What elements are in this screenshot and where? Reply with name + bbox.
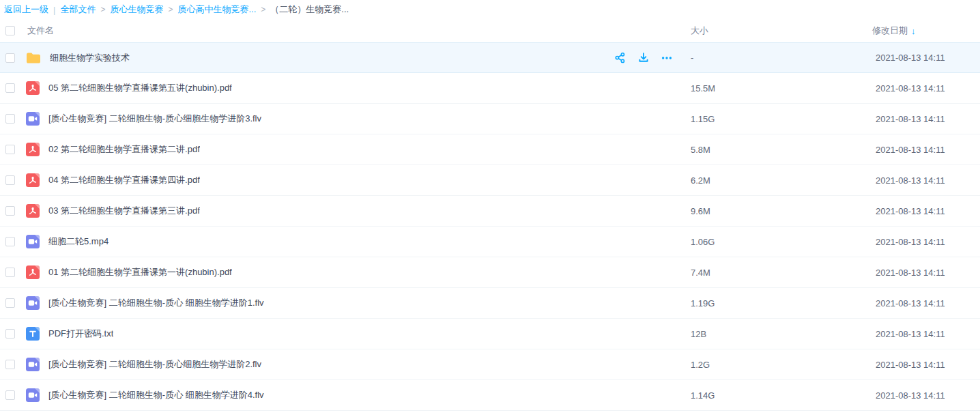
breadcrumb-items: 全部文件>质心生物竞赛>质心高中生物竞赛...>（二轮）生物竞赛... xyxy=(60,3,349,16)
breadcrumb-link[interactable]: 全部文件 xyxy=(60,3,96,16)
file-date: 2021-08-13 14:11 xyxy=(876,329,945,339)
file-date: 2021-08-13 14:11 xyxy=(876,206,945,216)
table-row[interactable]: 细胞二轮5.mp41.06G2021-08-13 14:11 xyxy=(0,227,980,257)
file-date: 2021-08-13 14:11 xyxy=(876,145,945,155)
row-checkbox[interactable] xyxy=(5,145,15,154)
video-icon xyxy=(26,358,40,371)
file-name[interactable]: [质心生物竞赛] 二轮细胞生物-质心 细胞生物学进阶1.flv xyxy=(48,297,264,309)
pdf-icon xyxy=(26,81,40,95)
file-size: 12B xyxy=(691,329,706,339)
file-name[interactable]: 细胞生物学实验技术 xyxy=(50,52,130,64)
pdf-icon xyxy=(26,204,40,218)
file-size: 6.2M xyxy=(691,175,710,186)
file-size: 1.15G xyxy=(691,114,715,124)
breadcrumb: 返回上一级 | 全部文件>质心生物竞赛>质心高中生物竞赛...>（二轮）生物竞赛… xyxy=(0,0,980,19)
table-row[interactable]: 01 第二轮细胞生物学直播课第一讲(zhubin).pdf7.4M2021-08… xyxy=(0,257,980,288)
share-icon[interactable] xyxy=(613,51,627,65)
row-checkbox[interactable] xyxy=(5,298,15,308)
breadcrumb-separator: > xyxy=(100,5,105,14)
file-size: 1.19G xyxy=(691,298,715,308)
table-row[interactable]: [质心生物竞赛] 二轮细胞生物-质心细胞生物学进阶2.flv1.2G2021-0… xyxy=(0,349,980,380)
video-icon xyxy=(26,388,40,402)
sort-desc-icon[interactable]: ↓ xyxy=(911,26,916,36)
file-size: 9.6M xyxy=(691,206,710,216)
row-checkbox[interactable] xyxy=(5,329,15,339)
row-checkbox[interactable] xyxy=(5,360,15,369)
breadcrumb-link[interactable]: 质心生物竞赛 xyxy=(110,3,163,16)
breadcrumb-separator: > xyxy=(261,5,265,14)
file-date: 2021-08-13 14:11 xyxy=(876,268,945,278)
table-row[interactable]: [质心生物竞赛] 二轮细胞生物-质心 细胞生物学进阶1.flv1.19G2021… xyxy=(0,288,980,319)
table-row[interactable]: [质心生物竞赛] 二轮细胞生物-质心细胞生物学进阶3.flv1.15G2021-… xyxy=(0,104,980,134)
file-name[interactable]: 05 第二轮细胞生物学直播课第五讲(zhubin).pdf xyxy=(48,82,232,94)
file-name[interactable]: [质心生物竞赛] 二轮细胞生物-质心细胞生物学进阶3.flv xyxy=(48,113,261,125)
file-date: 2021-08-13 14:11 xyxy=(876,83,945,94)
file-name[interactable]: 细胞二轮5.mp4 xyxy=(48,235,109,248)
file-size: - xyxy=(691,53,693,63)
download-icon[interactable] xyxy=(636,51,650,65)
pdf-icon xyxy=(26,143,40,156)
column-header-date[interactable]: 修改日期 ↓ xyxy=(872,25,916,37)
file-size: 7.4M xyxy=(691,268,710,278)
file-date: 2021-08-13 14:11 xyxy=(876,114,945,124)
file-name[interactable]: PDF打开密码.txt xyxy=(48,328,113,340)
file-name[interactable]: [质心生物竞赛] 二轮细胞生物-质心 细胞生物学进阶4.flv xyxy=(48,389,264,401)
file-date: 2021-08-13 14:11 xyxy=(876,53,945,63)
table-row[interactable]: 04 第二轮细胞生物学直播课第四讲.pdf6.2M2021-08-13 14:1… xyxy=(0,165,980,196)
file-name[interactable]: 01 第二轮细胞生物学直播课第一讲(zhubin).pdf xyxy=(48,266,232,278)
txt-icon xyxy=(26,327,40,341)
more-icon[interactable] xyxy=(659,51,674,65)
video-icon xyxy=(26,296,40,310)
file-date: 2021-08-13 14:11 xyxy=(876,175,945,186)
file-date: 2021-08-13 14:11 xyxy=(876,298,945,308)
row-checkbox[interactable] xyxy=(5,53,15,63)
table-row[interactable]: PDF打开密码.txt12B2021-08-13 14:11 xyxy=(0,319,980,349)
table-row[interactable]: 02 第二轮细胞生物学直播课第二讲.pdf5.8M2021-08-13 14:1… xyxy=(0,134,980,165)
file-date: 2021-08-13 14:11 xyxy=(876,237,945,247)
file-date: 2021-08-13 14:11 xyxy=(876,360,945,370)
table-row[interactable]: 05 第二轮细胞生物学直播课第五讲(zhubin).pdf15.5M2021-0… xyxy=(0,73,980,104)
table-header: 文件名 大小 修改日期 ↓ xyxy=(0,19,980,42)
video-icon xyxy=(26,235,40,248)
file-size: 1.2G xyxy=(691,360,710,370)
breadcrumb-divider: | xyxy=(53,5,55,15)
breadcrumb-link[interactable]: 质心高中生物竞赛... xyxy=(177,3,256,16)
file-size: 1.14G xyxy=(691,390,715,401)
row-checkbox[interactable] xyxy=(5,237,15,246)
select-all-checkbox[interactable] xyxy=(5,26,15,35)
table-row[interactable]: [质心生物竞赛] 二轮细胞生物-质心 细胞生物学进阶4.flv1.14G2021… xyxy=(0,380,980,411)
folder-icon xyxy=(26,52,41,64)
file-name[interactable]: 02 第二轮细胞生物学直播课第二讲.pdf xyxy=(48,143,200,156)
file-list: 细胞生物学实验技术-2021-08-13 14:1105 第二轮细胞生物学直播课… xyxy=(0,42,980,411)
back-link[interactable]: 返回上一级 xyxy=(4,3,48,16)
row-hover-actions xyxy=(613,51,674,65)
row-checkbox[interactable] xyxy=(5,206,15,216)
breadcrumb-separator: > xyxy=(168,5,173,14)
column-header-size[interactable]: 大小 xyxy=(691,25,708,37)
file-name[interactable]: 04 第二轮细胞生物学直播课第四讲.pdf xyxy=(48,174,200,186)
row-checkbox[interactable] xyxy=(5,83,15,93)
file-manager-page: 返回上一级 | 全部文件>质心生物竞赛>质心高中生物竞赛...>（二轮）生物竞赛… xyxy=(0,0,980,417)
row-checkbox[interactable] xyxy=(5,114,15,124)
pdf-icon xyxy=(26,265,40,279)
file-name[interactable]: 03 第二轮细胞生物学直播课第三讲.pdf xyxy=(48,205,200,217)
file-size: 1.06G xyxy=(691,237,715,247)
table-row[interactable]: 03 第二轮细胞生物学直播课第三讲.pdf9.6M2021-08-13 14:1… xyxy=(0,196,980,227)
row-checkbox[interactable] xyxy=(5,390,15,400)
row-checkbox[interactable] xyxy=(5,175,15,185)
breadcrumb-current: （二轮）生物竞赛... xyxy=(270,3,349,16)
table-row[interactable]: 细胞生物学实验技术-2021-08-13 14:11 xyxy=(0,42,980,73)
file-size: 15.5M xyxy=(691,83,715,94)
pdf-icon xyxy=(26,173,40,187)
column-header-date-label: 修改日期 xyxy=(872,25,908,37)
video-icon xyxy=(26,112,40,126)
file-size: 5.8M xyxy=(691,145,710,155)
file-date: 2021-08-13 14:11 xyxy=(876,390,945,401)
file-name[interactable]: [质心生物竞赛] 二轮细胞生物-质心细胞生物学进阶2.flv xyxy=(48,358,261,371)
column-header-name[interactable]: 文件名 xyxy=(27,25,54,37)
row-checkbox[interactable] xyxy=(5,268,15,277)
